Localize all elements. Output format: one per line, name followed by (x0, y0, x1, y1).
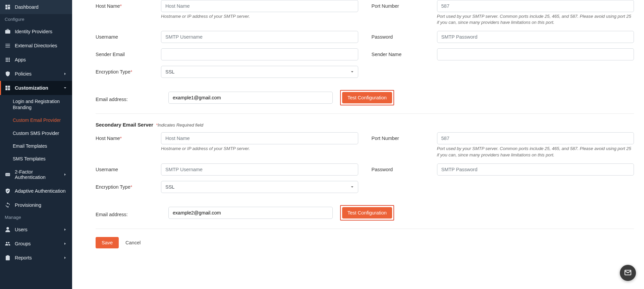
sidebar-label: Provisioning (15, 202, 67, 208)
chevron-right-icon (63, 227, 67, 232)
sidebar-label: Policies (15, 71, 59, 77)
dashboard-icon (5, 4, 11, 10)
email-address-label: Email address: (96, 93, 161, 102)
port-number-label: Port Number (372, 0, 437, 9)
host-name-help: Hostname or IP address of your SMTP serv… (161, 13, 358, 19)
sidebar-item-two-factor[interactable]: 123 2-Factor Authentication (0, 165, 72, 184)
sender-name-input[interactable] (437, 48, 634, 60)
secondary-username-label: Username (96, 163, 161, 172)
briefcase-icon (5, 29, 11, 35)
secondary-encryption-type-select[interactable]: SSL (161, 181, 358, 193)
secondary-port-number-label: Port Number (372, 132, 437, 141)
action-row: Save Cancel (96, 237, 634, 248)
username-input[interactable] (161, 31, 358, 43)
secondary-test-button-highlight: Test Configuration (340, 205, 394, 221)
port-number-help: Port used by your SMTP server. Common po… (437, 13, 634, 26)
secondary-password-label: Password (372, 163, 437, 172)
sender-email-label: Sender Email (96, 48, 161, 57)
two-factor-icon: 123 (5, 172, 11, 178)
sidebar-item-provisioning[interactable]: Provisioning (0, 198, 72, 212)
sidebar-item-apps[interactable]: Apps (0, 53, 72, 67)
shield-icon (5, 71, 11, 77)
sidebar-sub-login-branding[interactable]: Login and Registration Branding (0, 95, 72, 114)
secondary-username-input[interactable] (161, 163, 358, 176)
host-name-input[interactable] (161, 0, 358, 12)
chat-fab[interactable] (620, 265, 636, 281)
sidebar-label: Adaptive Authentication (15, 188, 67, 194)
test-button-highlight: Test Configuration (340, 90, 394, 105)
secondary-encryption-type-label: Encryption Type* (96, 181, 161, 190)
sidebar-section-configure: Configure (0, 14, 72, 25)
sidebar-sub-custom-email[interactable]: Custom Email Provider (0, 114, 72, 127)
sidebar-item-reports[interactable]: Reports (0, 251, 72, 265)
sidebar-label: Identity Providers (15, 29, 67, 34)
sidebar-label: External Directories (15, 43, 67, 48)
widgets-icon (5, 85, 11, 91)
secondary-test-configuration-button[interactable]: Test Configuration (342, 207, 392, 219)
secondary-server-title: Secondary Email Server *Indicates Requir… (96, 122, 634, 128)
secondary-password-input[interactable] (437, 163, 634, 176)
svg-text:123: 123 (6, 174, 10, 176)
mail-icon (624, 269, 632, 278)
main-content: Host Name* Hostname or IP address of you… (72, 0, 644, 289)
sidebar-label: 2-Factor Authentication (15, 169, 59, 180)
sidebar-item-dashboard[interactable]: Dashboard (0, 0, 72, 14)
sidebar-label: Customization (15, 85, 59, 91)
shield-check-icon (5, 188, 11, 194)
encryption-type-label: Encryption Type* (96, 66, 161, 75)
sync-icon (5, 202, 11, 208)
sidebar-item-identity-providers[interactable]: Identity Providers (0, 25, 72, 39)
sidebar-item-policies[interactable]: Policies (0, 67, 72, 81)
cancel-button[interactable]: Cancel (125, 240, 141, 245)
sidebar-sub-sms-templates[interactable]: SMS Templates (0, 152, 72, 165)
sidebar-label: Groups (15, 241, 59, 246)
chevron-right-icon (63, 255, 67, 260)
sidebar-label: Reports (15, 255, 59, 260)
sender-email-input[interactable] (161, 48, 358, 60)
sidebar-label: Dashboard (15, 4, 67, 10)
secondary-email-address-label: Email address: (96, 208, 161, 217)
secondary-port-number-help: Port used by your SMTP server. Common po… (437, 146, 634, 158)
secondary-host-name-input[interactable] (161, 132, 358, 144)
sender-name-label: Sender Name (372, 48, 437, 57)
sidebar-item-external-directories[interactable]: External Directories (0, 39, 72, 53)
chevron-down-icon (63, 86, 67, 90)
sidebar-item-groups[interactable]: Groups (0, 237, 72, 251)
secondary-test-email-input[interactable] (168, 207, 333, 219)
list-icon (5, 43, 11, 49)
chevron-right-icon (63, 71, 67, 76)
encryption-type-select[interactable]: SSL (161, 66, 358, 78)
divider (96, 113, 634, 114)
host-name-label: Host Name* (96, 0, 161, 9)
secondary-host-name-label: Host Name* (96, 132, 161, 141)
sidebar-sub-email-templates[interactable]: Email Templates (0, 140, 72, 152)
clipboard-icon (5, 255, 11, 261)
sidebar-item-users[interactable]: Users (0, 223, 72, 237)
sidebar-label: Apps (15, 57, 67, 62)
test-configuration-button[interactable]: Test Configuration (342, 92, 392, 103)
save-button[interactable]: Save (96, 237, 119, 248)
divider (96, 229, 634, 229)
password-input[interactable] (437, 31, 634, 43)
chevron-right-icon (63, 241, 67, 246)
sidebar-sub-custom-sms[interactable]: Custom SMS Provider (0, 127, 72, 140)
groups-icon (5, 241, 11, 247)
sidebar-label: Users (15, 227, 59, 232)
grid-icon (5, 57, 11, 63)
test-email-input[interactable] (168, 92, 333, 104)
sidebar: Dashboard Configure Identity Providers E… (0, 0, 72, 289)
user-icon (5, 227, 11, 233)
secondary-host-name-help: Hostname or IP address of your SMTP serv… (161, 146, 358, 152)
sidebar-item-adaptive-auth[interactable]: Adaptive Authentication (0, 184, 72, 198)
sidebar-item-customization[interactable]: Customization (0, 81, 72, 95)
username-label: Username (96, 31, 161, 40)
secondary-port-number-input[interactable] (437, 132, 634, 144)
chevron-right-icon (63, 172, 67, 177)
sidebar-section-manage: Manage (0, 212, 72, 223)
password-label: Password (372, 31, 437, 40)
port-number-input[interactable] (437, 0, 634, 12)
